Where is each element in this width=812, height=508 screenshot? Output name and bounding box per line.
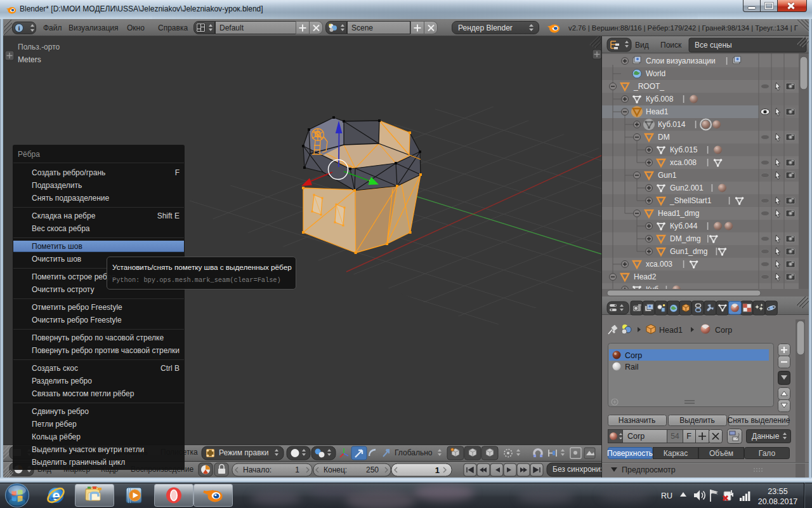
svg-text:Конец:: Конец: bbox=[324, 465, 347, 474]
svg-text:Corp: Corp bbox=[715, 326, 732, 335]
svg-text:World: World bbox=[646, 69, 665, 78]
svg-text:Head1: Head1 bbox=[659, 326, 683, 335]
svg-text:Начало:: Начало: bbox=[243, 465, 272, 474]
svg-text:_ShellStart1: _ShellStart1 bbox=[669, 196, 712, 205]
svg-text:Head1_dmg: Head1_dmg bbox=[658, 209, 699, 218]
svg-text:Куб.014: Куб.014 bbox=[658, 120, 686, 129]
svg-text:Глобально: Глобально bbox=[395, 448, 433, 457]
svg-text:1: 1 bbox=[435, 465, 440, 475]
svg-text:Слои визуализации: Слои визуализации bbox=[646, 57, 716, 65]
svg-text:Режим правки: Режим правки bbox=[219, 448, 269, 457]
svg-text:Куб.008: Куб.008 bbox=[646, 95, 674, 104]
svg-text:Без синхрониза: Без синхрониза bbox=[553, 465, 601, 474]
svg-text:250: 250 bbox=[366, 465, 379, 474]
svg-text:Каркас: Каркас bbox=[664, 449, 688, 458]
svg-text:Gun1: Gun1 bbox=[658, 171, 677, 180]
svg-text:Corp: Corp bbox=[625, 351, 642, 360]
svg-text:Снять выделение: Снять выделение bbox=[728, 416, 790, 425]
svg-text:Gun1_dmg: Gun1_dmg bbox=[670, 247, 707, 256]
svg-text:Вид: Вид bbox=[635, 41, 649, 50]
svg-text:Head2: Head2 bbox=[634, 272, 657, 281]
svg-text:_ROOT_: _ROOT_ bbox=[633, 82, 664, 91]
svg-text:Польз.-орто: Польз.-орто bbox=[18, 43, 60, 51]
svg-text:xca.003: xca.003 bbox=[646, 260, 672, 269]
svg-text:Meters: Meters bbox=[18, 55, 41, 64]
svg-text:DM: DM bbox=[658, 133, 670, 142]
svg-text:Поиск: Поиск bbox=[660, 41, 682, 50]
svg-text:Назначить: Назначить bbox=[619, 416, 655, 425]
svg-text:20.08.2017: 20.08.2017 bbox=[758, 497, 798, 506]
svg-text:xca.008: xca.008 bbox=[670, 158, 697, 167]
svg-text:Куб.044: Куб.044 bbox=[670, 222, 698, 231]
svg-text:Rail: Rail bbox=[625, 363, 639, 371]
svg-text:Все сцены: Все сцены bbox=[695, 41, 732, 50]
svg-text:54: 54 bbox=[671, 432, 679, 441]
svg-text:i: i bbox=[18, 24, 20, 32]
svg-text:Куб.015: Куб.015 bbox=[670, 145, 698, 154]
svg-text:Head1: Head1 bbox=[646, 107, 669, 116]
svg-text:Выделить: Выделить bbox=[679, 416, 714, 425]
svg-text:Corp: Corp bbox=[627, 432, 645, 441]
svg-text:Гало: Гало bbox=[759, 449, 776, 458]
svg-text:1: 1 bbox=[295, 465, 299, 474]
svg-text:DM_dmg: DM_dmg bbox=[670, 234, 701, 243]
svg-text:Объём: Объём bbox=[709, 449, 733, 458]
svg-text:Gun2.001: Gun2.001 bbox=[670, 184, 704, 192]
svg-text:Данные: Данные bbox=[752, 432, 780, 441]
svg-text:Предпросмотр: Предпросмотр bbox=[622, 465, 676, 474]
svg-text:23:55: 23:55 bbox=[768, 487, 787, 496]
svg-text:F: F bbox=[686, 432, 691, 441]
svg-text:RU: RU bbox=[661, 491, 672, 500]
svg-text:Поверхность: Поверхность bbox=[607, 449, 653, 458]
